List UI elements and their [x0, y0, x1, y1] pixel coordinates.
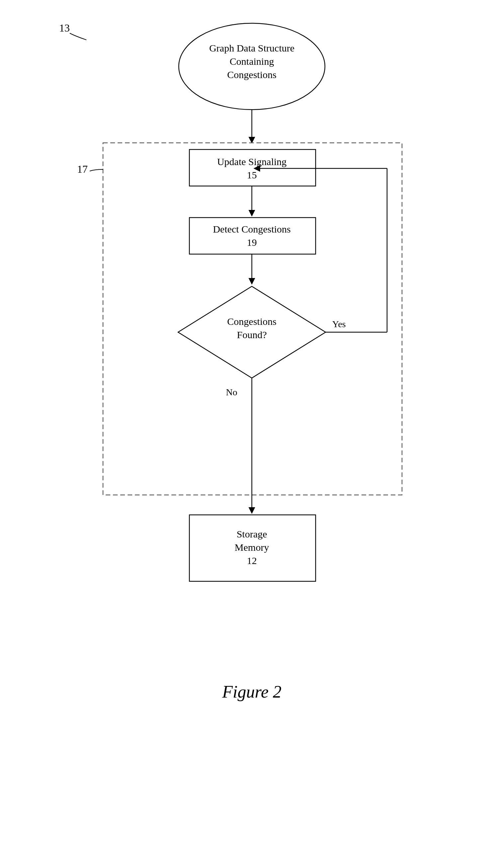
svg-text:15: 15	[247, 169, 257, 181]
flowchart-diagram: 13 Graph Data Structure Containing Conge…	[0, 0, 504, 860]
figure-caption: Figure 2	[222, 682, 282, 701]
svg-text:Congestions: Congestions	[227, 69, 276, 80]
update-signaling-node	[189, 149, 316, 186]
svg-text:Update Signaling: Update Signaling	[217, 156, 286, 167]
label-13: 13	[59, 22, 70, 34]
svg-text:Storage: Storage	[236, 529, 267, 540]
svg-text:Congestions: Congestions	[227, 316, 276, 327]
label-17: 17	[77, 163, 88, 175]
svg-marker-20	[248, 507, 255, 514]
no-label: No	[226, 387, 237, 397]
detect-congestions-node	[189, 218, 316, 254]
yes-label: Yes	[332, 319, 346, 329]
svg-text:19: 19	[247, 237, 257, 248]
graph-data-structure-text: Graph Data Structure	[209, 43, 295, 54]
svg-text:Memory: Memory	[234, 542, 269, 553]
svg-text:Containing: Containing	[230, 56, 274, 67]
svg-text:Found?: Found?	[237, 329, 267, 340]
svg-text:Detect Congestions: Detect Congestions	[213, 224, 291, 234]
svg-text:12: 12	[247, 555, 257, 566]
